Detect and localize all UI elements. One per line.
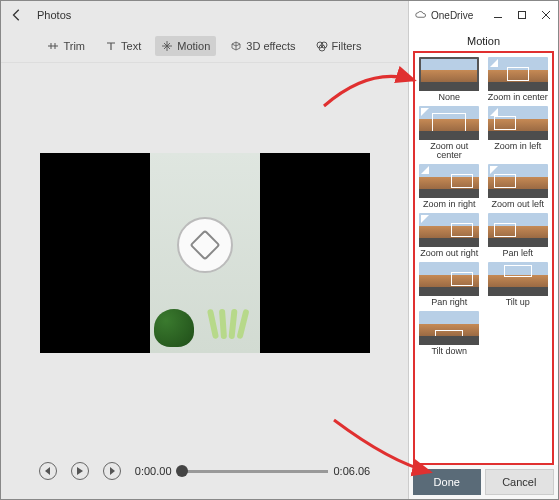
motion-overlay-rect xyxy=(432,113,466,133)
titlebar-left: Photos xyxy=(1,1,408,29)
motion-overlay-rect xyxy=(494,116,516,130)
motion-option-zoom-in-center[interactable]: Zoom in center xyxy=(486,57,551,102)
panel-footer: Done Cancel xyxy=(409,465,558,499)
motion-option-label: None xyxy=(438,93,460,102)
motion-thumb xyxy=(419,262,479,296)
onedrive-indicator[interactable]: OneDrive xyxy=(409,9,486,21)
trim-tool[interactable]: Trim xyxy=(41,36,91,56)
video-subject-broccoli xyxy=(154,309,194,347)
motion-option-zoom-in-right[interactable]: Zoom in right xyxy=(417,164,482,209)
next-frame-button[interactable] xyxy=(103,462,121,480)
motion-option-label: Zoom out left xyxy=(491,200,544,209)
motion-option-label: Tilt down xyxy=(431,347,467,356)
trim-label: Trim xyxy=(63,40,85,52)
motion-thumb xyxy=(419,164,479,198)
done-button[interactable]: Done xyxy=(413,469,481,495)
video-frame[interactable] xyxy=(40,153,370,353)
current-time: 0:00.00 xyxy=(135,465,172,477)
motion-option-label: Zoom out right xyxy=(420,249,478,258)
total-time: 0:06.06 xyxy=(334,465,371,477)
motion-option-label: Tilt up xyxy=(506,298,530,307)
motion-thumb xyxy=(419,213,479,247)
motion-overlay-rect xyxy=(494,174,516,188)
motion-option-pan-right[interactable]: Pan right xyxy=(417,262,482,307)
motion-thumb xyxy=(419,106,479,140)
timeline: 0:00.00 0:06.06 xyxy=(135,465,370,477)
play-button[interactable] xyxy=(71,462,89,480)
filters-label: Filters xyxy=(332,40,362,52)
motion-option-zoom-out-center[interactable]: Zoom out center xyxy=(417,106,482,160)
motion-overlay-rect xyxy=(451,223,473,237)
motion-thumb xyxy=(419,311,479,345)
motion-thumb xyxy=(488,213,548,247)
filters-tool[interactable]: Filters xyxy=(310,36,368,56)
titlebar-right: OneDrive xyxy=(409,1,558,29)
app-title: Photos xyxy=(33,9,71,21)
3d-effects-tool[interactable]: 3D effects xyxy=(224,36,301,56)
motion-overlay-rect xyxy=(435,330,463,342)
prev-frame-button[interactable] xyxy=(39,462,57,480)
zoom-in-icon xyxy=(490,108,498,116)
panel-title: Motion xyxy=(409,29,558,51)
motion-thumb xyxy=(488,164,548,198)
editor-pane: Photos Trim Text Motion 3D effects Filte… xyxy=(1,1,408,499)
timeline-thumb[interactable] xyxy=(176,465,188,477)
video-area xyxy=(1,63,408,443)
3d-effects-label: 3D effects xyxy=(246,40,295,52)
motion-grid: NoneZoom in centerZoom out centerZoom in… xyxy=(417,57,550,356)
motion-option-tilt-down[interactable]: Tilt down xyxy=(417,311,482,356)
zoom-out-icon xyxy=(421,215,429,223)
video-subject-plate xyxy=(177,217,233,273)
motion-overlay-rect xyxy=(504,265,532,277)
motion-option-none[interactable]: None xyxy=(417,57,482,102)
zoom-in-icon xyxy=(490,59,498,67)
motion-option-pan-left[interactable]: Pan left xyxy=(486,213,551,258)
cancel-button[interactable]: Cancel xyxy=(485,469,555,495)
editor-toolbar: Trim Text Motion 3D effects Filters xyxy=(1,29,408,63)
motion-option-label: Pan right xyxy=(431,298,467,307)
motion-label: Motion xyxy=(177,40,210,52)
motion-overlay-rect xyxy=(494,223,516,237)
svg-rect-3 xyxy=(519,12,526,19)
motion-option-label: Zoom out center xyxy=(417,142,482,160)
timeline-slider[interactable] xyxy=(178,470,328,473)
motion-overlay-rect xyxy=(507,67,529,81)
close-button[interactable] xyxy=(534,1,558,29)
video-subject-celery xyxy=(208,309,260,343)
motion-overlay-rect xyxy=(451,272,473,286)
motion-tool[interactable]: Motion xyxy=(155,36,216,56)
motion-option-tilt-up[interactable]: Tilt up xyxy=(486,262,551,307)
motion-option-zoom-in-left[interactable]: Zoom in left xyxy=(486,106,551,160)
motion-grid-highlight: NoneZoom in centerZoom out centerZoom in… xyxy=(413,51,554,465)
motion-option-label: Pan left xyxy=(502,249,533,258)
zoom-out-icon xyxy=(490,166,498,174)
zoom-in-icon xyxy=(421,166,429,174)
motion-thumb xyxy=(488,57,548,91)
motion-option-zoom-out-right[interactable]: Zoom out right xyxy=(417,213,482,258)
maximize-button[interactable] xyxy=(510,1,534,29)
motion-thumb xyxy=(488,262,548,296)
zoom-out-icon xyxy=(421,108,429,116)
text-label: Text xyxy=(121,40,141,52)
onedrive-label: OneDrive xyxy=(431,10,473,21)
cloud-icon xyxy=(415,9,427,21)
motion-thumb xyxy=(419,57,479,91)
back-button[interactable] xyxy=(1,1,33,29)
transport-bar: 0:00.00 0:06.06 xyxy=(1,443,408,499)
motion-option-label: Zoom in center xyxy=(488,93,548,102)
minimize-button[interactable] xyxy=(486,1,510,29)
video-content xyxy=(150,153,260,353)
motion-panel: OneDrive Motion NoneZoom in centerZoom o… xyxy=(408,1,558,499)
motion-overlay-rect xyxy=(451,174,473,188)
motion-option-label: Zoom in left xyxy=(494,142,541,151)
motion-option-label: Zoom in right xyxy=(423,200,476,209)
text-tool[interactable]: Text xyxy=(99,36,147,56)
motion-option-zoom-out-left[interactable]: Zoom out left xyxy=(486,164,551,209)
motion-thumb xyxy=(488,106,548,140)
